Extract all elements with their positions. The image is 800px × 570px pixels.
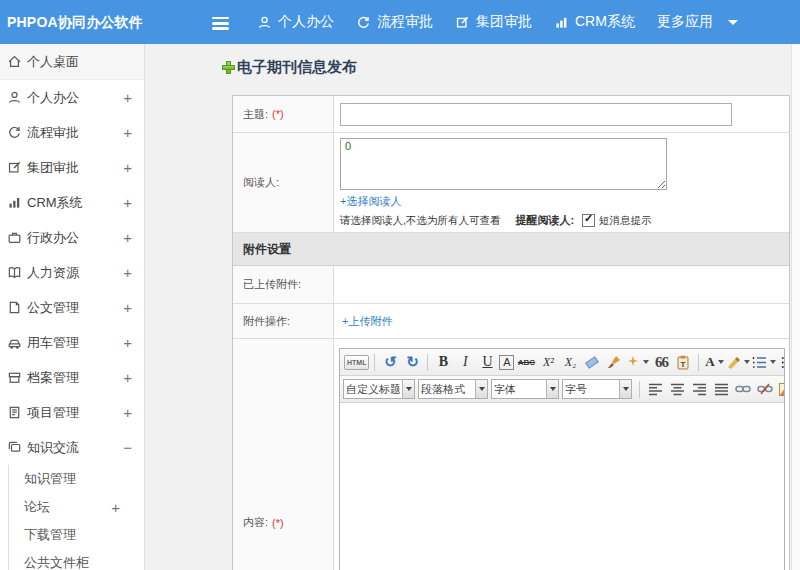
sidebar-subitem-knowledge-mgmt[interactable]: 知识管理 <box>9 465 144 493</box>
readers-textarea[interactable]: 0 <box>340 138 667 190</box>
sidebar: 个人桌面 个人办公 + 流程审批 + 集团审批 + CRM系统 + 行政办公 +… <box>0 44 145 570</box>
content-row: 内容: (*) HTML ↺ ↻ B I U A <box>233 339 789 570</box>
subject-label: 主题: <box>243 107 268 122</box>
uploaded-attachments-value <box>334 266 789 303</box>
book-icon <box>7 265 22 280</box>
nav-crm-system[interactable]: CRM系统 <box>543 0 646 44</box>
sidebar-item-project-mgmt[interactable]: 项目管理 + <box>0 395 144 430</box>
expand-plus-icon[interactable]: + <box>123 334 132 351</box>
collapse-minus-icon[interactable]: − <box>123 439 132 456</box>
italic-button[interactable]: I <box>455 351 475 373</box>
highlight-pen-icon[interactable] <box>726 351 750 373</box>
top-nav: 个人办公 流程审批 集团审批 CRM系统 更多应用 <box>246 0 749 44</box>
image-icon[interactable] <box>777 378 784 400</box>
content-label: 内容: <box>243 515 268 530</box>
bold-button[interactable]: B <box>433 351 453 373</box>
font-style-button[interactable]: A <box>499 355 514 370</box>
subscript-button[interactable]: X₂ <box>560 351 580 373</box>
page-title: 电子期刊信息发布 <box>222 58 357 77</box>
link-icon[interactable] <box>733 378 753 400</box>
sidebar-item-desktop[interactable]: 个人桌面 <box>0 44 144 80</box>
align-center-icon[interactable] <box>667 378 687 400</box>
sidebar-item-hr[interactable]: 人力资源 + <box>0 255 144 290</box>
font-color-button[interactable]: A <box>704 351 724 373</box>
attachment-ops-row: 附件操作: +上传附件 <box>233 304 789 339</box>
nav-workflow-approval[interactable]: 流程审批 <box>345 0 444 44</box>
sidebar-item-archive-mgmt[interactable]: 档案管理 + <box>0 360 144 395</box>
publish-form: 主题: (*) 阅读人: 0 +选择阅读人 请选择阅读人,不选为所有人可查看 提… <box>232 95 790 570</box>
sidebar-item-personal-office[interactable]: 个人办公 + <box>0 80 144 115</box>
font-family-select[interactable]: 字体 <box>491 379 559 399</box>
expand-plus-icon[interactable]: + <box>123 194 132 211</box>
sidebar-item-knowledge-exchange[interactable]: 知识交流 − <box>0 430 144 465</box>
unlink-icon[interactable] <box>755 378 775 400</box>
eraser-icon[interactable] <box>582 351 602 373</box>
check-icon: ✓ <box>584 212 593 225</box>
sidebar-item-vehicle-mgmt[interactable]: 用车管理 + <box>0 325 144 360</box>
select-readers-link[interactable]: +选择阅读人 <box>340 194 789 209</box>
autotypeset-icon[interactable] <box>626 351 649 373</box>
expand-plus-icon[interactable]: + <box>111 499 120 516</box>
expand-plus-icon[interactable]: + <box>123 369 132 386</box>
custom-title-select[interactable]: 自定义标题 <box>343 379 415 399</box>
superscript-button[interactable]: X² <box>538 351 558 373</box>
main-content: 电子期刊信息发布 主题: (*) 阅读人: 0 +选择阅读人 请选择阅读人,不选… <box>146 44 800 570</box>
editor-toolbar-row1: HTML ↺ ↻ B I U A ABC X² X₂ <box>340 349 784 376</box>
subject-input[interactable] <box>340 103 732 126</box>
clipboard-icon <box>7 405 22 420</box>
ordered-list-icon[interactable] <box>752 351 776 373</box>
expand-plus-icon[interactable]: + <box>123 264 132 281</box>
sidebar-item-crm[interactable]: CRM系统 + <box>0 185 144 220</box>
expand-plus-icon[interactable]: + <box>123 404 132 421</box>
editor-content-area[interactable] <box>340 403 784 570</box>
paste-text-icon[interactable]: T <box>673 351 693 373</box>
car-icon <box>7 335 22 350</box>
nav-personal-office[interactable]: 个人办公 <box>246 0 345 44</box>
upload-attachment-link[interactable]: +上传附件 <box>342 314 392 329</box>
expand-plus-icon[interactable]: + <box>123 124 132 141</box>
align-justify-icon[interactable] <box>711 378 731 400</box>
attachment-section-header: 附件设置 <box>233 233 789 266</box>
underline-button[interactable]: U <box>477 351 497 373</box>
sms-checkbox[interactable]: ✓ <box>582 214 595 227</box>
expand-plus-icon[interactable]: + <box>123 229 132 246</box>
briefcase-icon <box>7 230 22 245</box>
nav-more-apps[interactable]: 更多应用 <box>646 0 749 44</box>
subject-row: 主题: (*) <box>233 96 789 133</box>
expand-plus-icon[interactable]: + <box>123 299 132 316</box>
font-size-select[interactable]: 字号 <box>562 379 632 399</box>
unordered-list-icon[interactable] <box>778 351 784 373</box>
chat-icon <box>7 440 22 455</box>
hamburger-menu-icon[interactable] <box>212 17 229 33</box>
sidebar-item-document-mgmt[interactable]: 公文管理 + <box>0 290 144 325</box>
sidebar-subitem-forum[interactable]: 论坛 + <box>9 493 144 521</box>
expand-plus-icon[interactable]: + <box>123 89 132 106</box>
attach-ops-label: 附件操作: <box>243 314 290 329</box>
readers-label: 阅读人: <box>243 175 279 190</box>
edit-icon <box>455 15 470 30</box>
edit-icon <box>7 160 22 175</box>
strikethrough-button[interactable]: ABC <box>516 351 536 373</box>
sms-label: 短消息提示 <box>599 214 652 228</box>
caret-down-icon <box>728 20 738 25</box>
chart-icon <box>554 15 569 30</box>
align-right-icon[interactable] <box>689 378 709 400</box>
sidebar-subitem-download-mgmt[interactable]: 下载管理 <box>9 521 144 549</box>
green-plus-icon <box>222 61 235 74</box>
blockquote-button[interactable]: 66 <box>651 351 671 373</box>
sidebar-item-group-approval[interactable]: 集团审批 + <box>0 150 144 185</box>
archive-icon <box>7 370 22 385</box>
expand-plus-icon[interactable]: + <box>123 159 132 176</box>
sidebar-subitem-public-cabinet[interactable]: 公共文件柜 <box>9 549 144 570</box>
redo-icon[interactable]: ↻ <box>402 351 422 373</box>
paragraph-format-select[interactable]: 段落格式 <box>418 379 488 399</box>
sidebar-item-workflow-approval[interactable]: 流程审批 + <box>0 115 144 150</box>
app-logo: PHPOA协同办公软件 <box>7 0 143 44</box>
align-left-icon[interactable] <box>645 378 665 400</box>
undo-icon[interactable]: ↺ <box>380 351 400 373</box>
format-brush-icon[interactable] <box>604 351 624 373</box>
html-source-button[interactable]: HTML <box>344 355 369 370</box>
nav-group-approval[interactable]: 集团审批 <box>444 0 543 44</box>
sidebar-item-admin-office[interactable]: 行政办公 + <box>0 220 144 255</box>
page-scrollbar[interactable] <box>791 44 800 570</box>
